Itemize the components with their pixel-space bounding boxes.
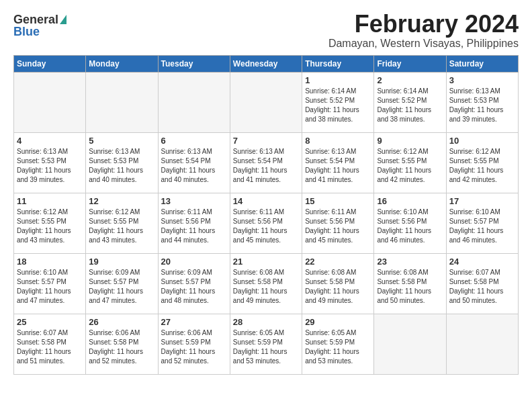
calendar-cell: 13Sunrise: 6:11 AM Sunset: 5:56 PM Dayli… <box>158 193 230 253</box>
day-info: Sunrise: 6:08 AM Sunset: 5:58 PM Dayligh… <box>377 268 443 306</box>
day-number: 16 <box>377 196 443 206</box>
day-info: Sunrise: 6:07 AM Sunset: 5:58 PM Dayligh… <box>17 328 83 366</box>
calendar-cell: 18Sunrise: 6:10 AM Sunset: 5:57 PM Dayli… <box>14 253 86 314</box>
day-number: 24 <box>449 257 515 267</box>
day-number: 12 <box>89 196 154 206</box>
week-row-2: 4Sunrise: 6:13 AM Sunset: 5:53 PM Daylig… <box>14 132 519 193</box>
day-info: Sunrise: 6:14 AM Sunset: 5:52 PM Dayligh… <box>377 87 443 124</box>
calendar-location: Damayan, Western Visayas, Philippines <box>328 38 519 50</box>
calendar-cell: 19Sunrise: 6:09 AM Sunset: 5:57 PM Dayli… <box>86 253 158 314</box>
weekday-thursday: Thursday <box>302 55 374 72</box>
logo: General Blue <box>13 13 66 38</box>
day-number: 15 <box>305 196 371 206</box>
calendar-cell: 15Sunrise: 6:11 AM Sunset: 5:56 PM Dayli… <box>302 193 374 253</box>
day-info: Sunrise: 6:13 AM Sunset: 5:54 PM Dayligh… <box>161 147 227 185</box>
day-number: 13 <box>161 196 227 206</box>
weekday-header-row: SundayMondayTuesdayWednesdayThursdayFrid… <box>14 55 519 72</box>
title-block: February 2024 Damayan, Western Visayas, … <box>328 11 519 50</box>
calendar-title: February 2024 <box>328 11 519 38</box>
calendar-table: SundayMondayTuesdayWednesdayThursdayFrid… <box>13 55 519 375</box>
calendar-body: 1Sunrise: 6:14 AM Sunset: 5:52 PM Daylig… <box>14 72 519 374</box>
day-info: Sunrise: 6:13 AM Sunset: 5:53 PM Dayligh… <box>89 147 154 185</box>
calendar-cell: 3Sunrise: 6:13 AM Sunset: 5:53 PM Daylig… <box>446 72 518 132</box>
day-number: 5 <box>89 136 154 146</box>
calendar-cell: 4Sunrise: 6:13 AM Sunset: 5:53 PM Daylig… <box>14 132 86 193</box>
day-number: 28 <box>233 317 299 327</box>
day-info: Sunrise: 6:10 AM Sunset: 5:56 PM Dayligh… <box>377 208 443 245</box>
day-number: 20 <box>161 257 227 267</box>
calendar-cell: 20Sunrise: 6:09 AM Sunset: 5:57 PM Dayli… <box>158 253 230 314</box>
day-info: Sunrise: 6:09 AM Sunset: 5:57 PM Dayligh… <box>89 268 154 306</box>
day-info: Sunrise: 6:11 AM Sunset: 5:56 PM Dayligh… <box>161 208 227 245</box>
day-info: Sunrise: 6:08 AM Sunset: 5:58 PM Dayligh… <box>305 268 371 306</box>
calendar-cell: 8Sunrise: 6:13 AM Sunset: 5:54 PM Daylig… <box>302 132 374 193</box>
day-number: 17 <box>449 196 515 206</box>
day-info: Sunrise: 6:13 AM Sunset: 5:53 PM Dayligh… <box>449 87 515 124</box>
week-row-4: 18Sunrise: 6:10 AM Sunset: 5:57 PM Dayli… <box>14 253 519 314</box>
calendar-cell: 29Sunrise: 6:05 AM Sunset: 5:59 PM Dayli… <box>302 314 374 374</box>
day-number: 4 <box>17 136 83 146</box>
day-number: 3 <box>449 75 515 85</box>
calendar-cell: 14Sunrise: 6:11 AM Sunset: 5:56 PM Dayli… <box>230 193 302 253</box>
day-info: Sunrise: 6:11 AM Sunset: 5:56 PM Dayligh… <box>233 208 299 245</box>
calendar-cell: 22Sunrise: 6:08 AM Sunset: 5:58 PM Dayli… <box>302 253 374 314</box>
day-number: 21 <box>233 257 299 267</box>
day-info: Sunrise: 6:06 AM Sunset: 5:58 PM Dayligh… <box>89 328 154 366</box>
day-number: 9 <box>377 136 443 146</box>
day-info: Sunrise: 6:10 AM Sunset: 5:57 PM Dayligh… <box>449 208 515 245</box>
calendar-cell <box>230 72 302 132</box>
calendar-cell: 11Sunrise: 6:12 AM Sunset: 5:55 PM Dayli… <box>14 193 86 253</box>
day-number: 11 <box>17 196 83 206</box>
calendar-cell: 1Sunrise: 6:14 AM Sunset: 5:52 PM Daylig… <box>302 72 374 132</box>
day-info: Sunrise: 6:12 AM Sunset: 5:55 PM Dayligh… <box>377 147 443 185</box>
day-number: 1 <box>305 75 371 85</box>
calendar-cell: 16Sunrise: 6:10 AM Sunset: 5:56 PM Dayli… <box>374 193 446 253</box>
day-number: 14 <box>233 196 299 206</box>
day-info: Sunrise: 6:14 AM Sunset: 5:52 PM Dayligh… <box>305 87 371 124</box>
day-number: 19 <box>89 257 154 267</box>
calendar-cell: 10Sunrise: 6:12 AM Sunset: 5:55 PM Dayli… <box>446 132 518 193</box>
weekday-monday: Monday <box>86 55 158 72</box>
calendar-cell: 26Sunrise: 6:06 AM Sunset: 5:58 PM Dayli… <box>86 314 158 374</box>
day-info: Sunrise: 6:13 AM Sunset: 5:54 PM Dayligh… <box>305 147 371 185</box>
day-info: Sunrise: 6:07 AM Sunset: 5:58 PM Dayligh… <box>449 268 515 306</box>
day-info: Sunrise: 6:13 AM Sunset: 5:54 PM Dayligh… <box>233 147 299 185</box>
calendar-cell: 25Sunrise: 6:07 AM Sunset: 5:58 PM Dayli… <box>14 314 86 374</box>
weekday-tuesday: Tuesday <box>158 55 230 72</box>
day-info: Sunrise: 6:09 AM Sunset: 5:57 PM Dayligh… <box>161 268 227 306</box>
calendar-cell <box>446 314 518 374</box>
day-info: Sunrise: 6:11 AM Sunset: 5:56 PM Dayligh… <box>305 208 371 245</box>
logo-blue-text: Blue <box>13 26 40 38</box>
week-row-1: 1Sunrise: 6:14 AM Sunset: 5:52 PM Daylig… <box>14 72 519 132</box>
calendar-cell: 2Sunrise: 6:14 AM Sunset: 5:52 PM Daylig… <box>374 72 446 132</box>
day-number: 29 <box>305 317 371 327</box>
weekday-saturday: Saturday <box>446 55 518 72</box>
day-info: Sunrise: 6:05 AM Sunset: 5:59 PM Dayligh… <box>233 328 299 366</box>
calendar-cell: 9Sunrise: 6:12 AM Sunset: 5:55 PM Daylig… <box>374 132 446 193</box>
day-info: Sunrise: 6:10 AM Sunset: 5:57 PM Dayligh… <box>17 268 83 306</box>
week-row-3: 11Sunrise: 6:12 AM Sunset: 5:55 PM Dayli… <box>14 193 519 253</box>
day-number: 27 <box>161 317 227 327</box>
day-number: 26 <box>89 317 154 327</box>
day-number: 2 <box>377 75 443 85</box>
day-info: Sunrise: 6:06 AM Sunset: 5:59 PM Dayligh… <box>161 328 227 366</box>
calendar-cell: 23Sunrise: 6:08 AM Sunset: 5:58 PM Dayli… <box>374 253 446 314</box>
day-number: 18 <box>17 257 83 267</box>
day-number: 23 <box>377 257 443 267</box>
week-row-5: 25Sunrise: 6:07 AM Sunset: 5:58 PM Dayli… <box>14 314 519 374</box>
day-info: Sunrise: 6:13 AM Sunset: 5:53 PM Dayligh… <box>17 147 83 185</box>
calendar-cell: 28Sunrise: 6:05 AM Sunset: 5:59 PM Dayli… <box>230 314 302 374</box>
logo-triangle-icon <box>60 15 66 24</box>
calendar-cell: 12Sunrise: 6:12 AM Sunset: 5:55 PM Dayli… <box>86 193 158 253</box>
calendar-cell: 17Sunrise: 6:10 AM Sunset: 5:57 PM Dayli… <box>446 193 518 253</box>
weekday-wednesday: Wednesday <box>230 55 302 72</box>
day-info: Sunrise: 6:12 AM Sunset: 5:55 PM Dayligh… <box>449 147 515 185</box>
day-info: Sunrise: 6:12 AM Sunset: 5:55 PM Dayligh… <box>17 208 83 245</box>
day-info: Sunrise: 6:05 AM Sunset: 5:59 PM Dayligh… <box>305 328 371 366</box>
day-number: 25 <box>17 317 83 327</box>
day-number: 8 <box>305 136 371 146</box>
calendar-cell: 6Sunrise: 6:13 AM Sunset: 5:54 PM Daylig… <box>158 132 230 193</box>
day-info: Sunrise: 6:12 AM Sunset: 5:55 PM Dayligh… <box>89 208 154 245</box>
calendar-cell <box>374 314 446 374</box>
page-header: General Blue February 2024 Damayan, West… <box>13 11 519 50</box>
